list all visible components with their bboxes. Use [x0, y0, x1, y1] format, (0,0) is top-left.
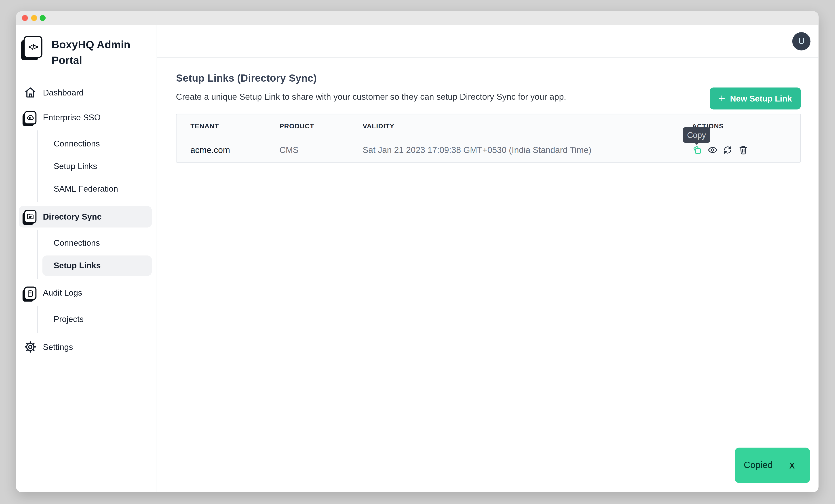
sidebar-item-enterprise-sso[interactable]: Enterprise SSO [19, 107, 152, 128]
eye-icon [707, 145, 717, 155]
topbar: U [157, 25, 819, 58]
setup-links-table: TENANT PRODUCT VALIDITY ACTIONS acme.com… [176, 114, 801, 163]
column-header-validity: VALIDITY [363, 122, 692, 130]
sidebar-subitem-sso-setup-links[interactable]: Setup Links [42, 156, 152, 177]
sidebar-item-settings[interactable]: Settings [19, 336, 152, 358]
sidebar-item-label: Dashboard [43, 88, 84, 98]
validity-cell: Sat Jan 21 2023 17:09:38 GMT+0530 (India… [363, 145, 692, 155]
directory-sync-submenu: Connections Setup Links [37, 230, 152, 279]
page-description: Create a unique Setup Link to share with… [176, 92, 801, 102]
toast-close-button[interactable]: X [785, 459, 799, 472]
audit-logs-submenu: Projects [37, 306, 152, 333]
page-title: Setup Links (Directory Sync) [176, 73, 801, 84]
home-icon [24, 86, 37, 99]
zoom-window-icon[interactable] [40, 15, 46, 21]
sso-cloud-key-icon [24, 111, 37, 124]
trash-icon [738, 145, 748, 155]
delete-setup-link-button[interactable] [738, 145, 748, 155]
copied-toast: Copied X [735, 448, 810, 483]
app-window: </> BoxyHQ Admin Portal Dashboard [16, 11, 819, 492]
folder-sync-icon [24, 210, 37, 223]
desktop: </> BoxyHQ Admin Portal Dashboard [0, 0, 835, 504]
row-actions [692, 145, 800, 155]
sidebar: </> BoxyHQ Admin Portal Dashboard [16, 25, 157, 492]
sidebar-subitem-ds-connections[interactable]: Connections [42, 233, 152, 253]
view-setup-link-button[interactable] [707, 145, 717, 155]
minimize-window-icon[interactable] [31, 15, 37, 21]
clipboard-icon [24, 286, 37, 300]
plus-icon: + [718, 92, 725, 103]
main-area: U Setup Links (Directory Sync) Create a … [157, 25, 819, 492]
toast-message: Copied [744, 460, 773, 471]
sidebar-subitem-ds-setup-links[interactable]: Setup Links [42, 255, 152, 276]
sidebar-item-label: Enterprise SSO [43, 113, 101, 123]
product-cell: CMS [279, 145, 363, 155]
sidebar-item-audit-logs[interactable]: Audit Logs [19, 282, 152, 304]
sidebar-nav: Dashboard Enterprise SSO [19, 82, 152, 358]
new-setup-link-button[interactable]: + New Setup Link [710, 87, 801, 110]
sidebar-item-label: Directory Sync [43, 212, 102, 222]
sidebar-subitem-projects[interactable]: Projects [42, 309, 152, 329]
sidebar-item-directory-sync[interactable]: Directory Sync [19, 206, 152, 227]
column-header-product: PRODUCT [279, 122, 363, 130]
enterprise-sso-submenu: Connections Setup Links SAML Federation [37, 130, 152, 203]
sidebar-subitem-sso-connections[interactable]: Connections [42, 134, 152, 154]
gear-icon [24, 341, 37, 353]
regenerate-setup-link-button[interactable] [722, 145, 733, 155]
tenant-cell: acme.com [190, 145, 279, 155]
column-header-tenant: TENANT [190, 122, 279, 130]
boxyhq-logo-icon: </> [24, 36, 42, 58]
refresh-icon [722, 145, 733, 155]
new-setup-link-label: New Setup Link [730, 94, 792, 103]
sidebar-item-dashboard[interactable]: Dashboard [19, 82, 152, 103]
close-window-icon[interactable] [22, 15, 28, 21]
sidebar-subitem-saml-federation[interactable]: SAML Federation [42, 179, 152, 199]
window-titlebar [16, 11, 819, 25]
page-content: Setup Links (Directory Sync) Create a un… [157, 58, 819, 492]
brand: </> BoxyHQ Admin Portal [19, 36, 152, 68]
brand-title: BoxyHQ Admin Portal [52, 36, 132, 68]
avatar[interactable]: U [792, 32, 811, 51]
sidebar-item-label: Settings [43, 342, 73, 352]
copy-tooltip: Copy [683, 127, 710, 143]
sidebar-item-label: Audit Logs [43, 288, 82, 298]
